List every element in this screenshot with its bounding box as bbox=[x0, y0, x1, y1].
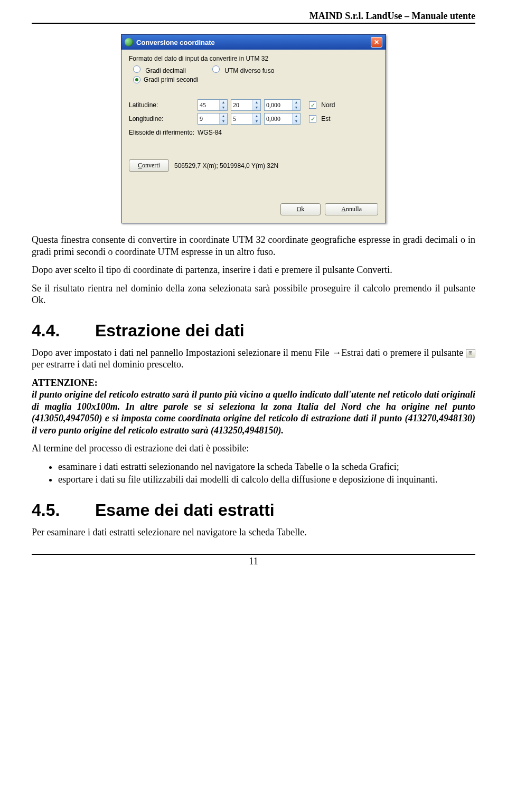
paragraph-3: Se il risultato rientra nel dominio dell… bbox=[32, 282, 475, 306]
lon-sec-input[interactable] bbox=[265, 114, 292, 124]
cancel-button[interactable]: Annulla bbox=[325, 203, 378, 215]
lat-sec-input[interactable] bbox=[265, 100, 292, 110]
chevron-down-icon[interactable]: ▼ bbox=[220, 119, 227, 124]
lat-sec-spinner[interactable]: ▲▼ bbox=[264, 99, 301, 111]
radio-gps[interactable] bbox=[133, 76, 140, 83]
lat-min-input[interactable] bbox=[231, 100, 252, 110]
chevron-up-icon[interactable]: ▲ bbox=[293, 100, 300, 105]
lon-min-input[interactable] bbox=[231, 114, 252, 124]
page-number: 11 bbox=[32, 554, 475, 567]
conversion-dialog: Conversione coordinate ✕ Formato del dat… bbox=[121, 34, 386, 223]
dialog-titlebar: Conversione coordinate ✕ bbox=[121, 35, 386, 50]
paragraph-5: Al termine del processo di estrazione de… bbox=[32, 442, 475, 455]
chevron-up-icon[interactable]: ▲ bbox=[220, 100, 227, 105]
section-4-5-number: 4.5. bbox=[32, 501, 95, 520]
paragraph-4: Dopo aver impostato i dati nel pannello … bbox=[32, 347, 475, 371]
section-4-5-title: Esame dei dati estratti bbox=[95, 501, 275, 520]
lat-deg-input[interactable] bbox=[198, 100, 219, 110]
nord-label: Nord bbox=[321, 101, 335, 109]
paragraph-4b-text: Estrai dati o premere il pulsante bbox=[341, 347, 466, 358]
globe-icon bbox=[125, 38, 133, 46]
lon-min-spinner[interactable]: ▲▼ bbox=[231, 113, 261, 125]
section-4-4-title: Estrazione dei dati bbox=[95, 321, 245, 341]
paragraph-4a-text: Dopo aver impostato i dati nel pannello … bbox=[32, 347, 332, 358]
bullet-list: esaminare i dati estratti selezionando n… bbox=[48, 461, 475, 486]
chevron-up-icon[interactable]: ▲ bbox=[293, 114, 300, 119]
chevron-down-icon[interactable]: ▼ bbox=[220, 105, 227, 110]
radio-utm-label: UTM diverso fuso bbox=[224, 67, 274, 74]
lat-label: Latitudine: bbox=[129, 101, 198, 109]
chevron-down-icon[interactable]: ▼ bbox=[293, 105, 300, 110]
ok-button[interactable]: Ok bbox=[280, 203, 321, 215]
lon-label: Longitudine: bbox=[129, 115, 198, 122]
paragraph-1: Questa finestra consente di convertire i… bbox=[32, 234, 475, 258]
chevron-up-icon[interactable]: ▲ bbox=[253, 100, 260, 105]
dialog-title: Conversione coordinate bbox=[136, 39, 215, 46]
chevron-up-icon[interactable]: ▲ bbox=[253, 114, 260, 119]
close-icon[interactable]: ✕ bbox=[371, 37, 382, 48]
paragraph-2: Dopo aver scelto il tipo di coordinate d… bbox=[32, 264, 475, 276]
format-label: Formato del dato di input da convertire … bbox=[129, 55, 378, 62]
ellipsoid-value: WGS-84 bbox=[198, 129, 222, 136]
document-header: MAIND S.r.l. LandUse – Manuale utente bbox=[32, 11, 475, 24]
attention-label: ATTENZIONE: bbox=[32, 377, 98, 388]
section-4-4-number: 4.4. bbox=[32, 321, 95, 341]
nord-checkbox[interactable]: ✓ bbox=[309, 101, 316, 109]
est-label: Est bbox=[321, 115, 330, 122]
ellipsoid-label: Elissoide di riferimento: bbox=[129, 129, 198, 136]
conversion-result: 506529,7 X(m); 5019984,0 Y(m) 32N bbox=[174, 162, 278, 169]
section-4-5-heading: 4.5. Esame dei dati estratti bbox=[32, 501, 475, 520]
attention-block: ATTENZIONE: il punto origine del reticol… bbox=[32, 377, 475, 437]
chevron-down-icon[interactable]: ▼ bbox=[253, 105, 260, 110]
chevron-down-icon[interactable]: ▼ bbox=[253, 119, 260, 124]
list-item: esportare i dati su file utilizzabili da… bbox=[58, 474, 475, 486]
chevron-down-icon[interactable]: ▼ bbox=[293, 119, 300, 124]
section-4-4-heading: 4.4. Estrazione dei dati bbox=[32, 321, 475, 341]
lon-deg-spinner[interactable]: ▲▼ bbox=[198, 113, 228, 125]
radio-gps-label: Gradi primi secondi bbox=[144, 76, 198, 83]
lat-min-spinner[interactable]: ▲▼ bbox=[231, 99, 261, 111]
lon-sec-spinner[interactable]: ▲▼ bbox=[264, 113, 301, 125]
arrow-icon: → bbox=[332, 347, 341, 358]
paragraph-6: Per esaminare i dati estratti selezionar… bbox=[32, 526, 475, 539]
radio-gradi-decimali-label: Gradi decimali bbox=[145, 67, 186, 74]
attention-body: il punto origine del reticolo estratto s… bbox=[32, 389, 475, 436]
est-checkbox[interactable]: ✓ bbox=[309, 115, 316, 122]
radio-gradi-decimali[interactable] bbox=[133, 65, 140, 73]
radio-utm[interactable] bbox=[212, 65, 220, 73]
convert-button[interactable]: CConvertionverti bbox=[129, 159, 169, 172]
chevron-up-icon[interactable]: ▲ bbox=[220, 114, 227, 119]
lat-deg-spinner[interactable]: ▲▼ bbox=[198, 99, 228, 111]
list-item: esaminare i dati estratti selezionando n… bbox=[58, 461, 475, 473]
lon-deg-input[interactable] bbox=[198, 114, 219, 124]
dialog-figure: Conversione coordinate ✕ Formato del dat… bbox=[32, 34, 475, 223]
paragraph-4c-text: per estrarre i dati nel dominio prescelt… bbox=[32, 359, 183, 370]
extract-toolbar-icon: ⊞ bbox=[466, 349, 475, 357]
